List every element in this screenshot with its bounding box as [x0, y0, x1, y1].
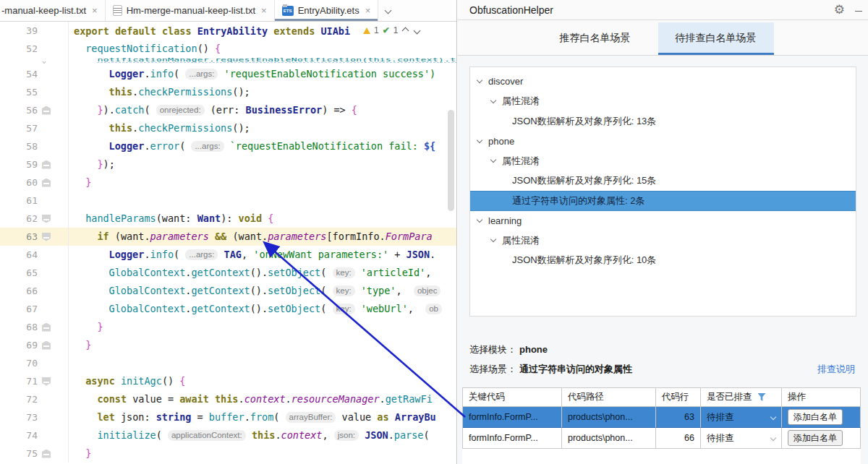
editor-scrollbar[interactable] — [448, 110, 454, 211]
code-line[interactable]: 62handleParams(want: Want): void { — [0, 210, 456, 228]
minimize-icon[interactable]: — — [855, 4, 862, 16]
cell-key-code[interactable]: formInfo.FormP... — [463, 407, 562, 428]
fold-expand-icon[interactable] — [42, 160, 51, 169]
inlay-hint: applicationContext: — [168, 430, 246, 441]
tree-item[interactable]: JSON数据解析及对象序列化: 15条 — [470, 171, 856, 192]
code-line[interactable]: 39export default class EntryAbility exte… — [0, 22, 456, 40]
code-text: } — [69, 444, 456, 463]
code-line[interactable]: 75} — [0, 444, 456, 463]
tree-item[interactable]: JSON数据解析及对象序列化: 13条 — [470, 111, 856, 132]
cell-status-dropdown[interactable]: 待排查 — [701, 407, 782, 428]
cell-action[interactable]: 添加白名单 — [782, 428, 861, 449]
next-error-icon[interactable] — [414, 27, 421, 35]
cell-code-path[interactable]: products\phon... — [562, 428, 656, 449]
fold-expand-icon[interactable] — [42, 106, 51, 115]
editor-tab-entryability-ets[interactable]: ETSEntryAbility.ets× — [275, 0, 379, 21]
chevron-down-icon[interactable] — [477, 217, 482, 223]
code-line[interactable]: 66GlobalContext.getContext().setObject( … — [0, 282, 456, 300]
token: if — [97, 231, 109, 242]
tree-item[interactable]: 属性混淆 — [470, 151, 856, 171]
code-line[interactable]: 58Logger.error( ...args: `requestEnableN… — [0, 137, 456, 155]
tree-item[interactable]: learning — [470, 211, 856, 231]
token: ); — [103, 158, 115, 170]
panel-tab[interactable]: 推荐白名单场景 — [553, 22, 638, 55]
cell-code-path[interactable]: products\phon... — [562, 407, 656, 428]
add-to-whitelist-button[interactable]: 添加白名单 — [788, 430, 843, 446]
token: } — [97, 321, 103, 332]
code-text: GlobalContext.getContext().setObject( ke… — [69, 300, 456, 318]
code-line[interactable]: 59}); — [0, 155, 456, 173]
code-editor[interactable]: 39export default class EntryAbility exte… — [0, 22, 456, 464]
fold-collapse-icon[interactable] — [42, 377, 51, 386]
code-text: if (want.parameters && (want.parameters[… — [69, 228, 456, 246]
fold-collapse-icon[interactable] — [42, 233, 51, 241]
tree-item[interactable]: discover — [470, 72, 856, 92]
code-line[interactable]: 57this.checkPermissions(); — [0, 119, 456, 137]
editor-tab-hm-merge-manual-keep-list-txt[interactable]: Hm-merge-manual-keep-list.txt× — [106, 0, 275, 21]
tree-item[interactable]: 属性混淆 — [470, 92, 856, 112]
token — [115, 375, 121, 387]
panel-tab-active[interactable]: 待排查白名单场景 — [658, 22, 774, 55]
fold-collapse-icon[interactable] — [42, 215, 51, 223]
code-line[interactable]: 55this.checkPermissions(); — [0, 83, 456, 101]
tree-item[interactable]: 属性混淆 — [470, 231, 856, 251]
close-icon[interactable]: × — [365, 5, 371, 16]
prev-error-icon[interactable] — [402, 27, 409, 35]
funnel-icon[interactable] — [758, 393, 766, 401]
panel-title: ObfuscationHelper — [469, 4, 834, 16]
code-line[interactable]: 70 — [0, 354, 456, 372]
token: initialize — [97, 429, 156, 441]
code-line[interactable]: 64Logger.info( ...args: TAG, 'onNewWant … — [0, 246, 456, 264]
code-line[interactable]: 74initialize( applicationContext: this.c… — [0, 426, 456, 444]
code-line[interactable]: 52requestNotification() { — [0, 40, 456, 58]
hidden-tabs-dropdown[interactable] — [378, 0, 398, 21]
tree-item[interactable]: JSON数据解析及对象序列化: 10条 — [470, 251, 856, 271]
code-line[interactable]: 71async initAgc() { — [0, 372, 456, 390]
scene-value: 通过字符串访问的对象属性 — [519, 363, 632, 376]
code-line[interactable]: ⌄notificationManager.requestEnableNotifi… — [0, 58, 456, 65]
token: . — [388, 429, 394, 441]
tree-item[interactable]: phone — [470, 132, 856, 152]
investigation-help-link[interactable]: 排查说明 — [817, 363, 855, 376]
cell-action[interactable]: 添加白名单 — [782, 407, 861, 428]
chevron-down-icon[interactable] — [770, 414, 776, 420]
code-line[interactable]: 68} — [0, 318, 456, 336]
chevron-down-icon[interactable] — [477, 137, 482, 143]
chevron-down-icon[interactable] — [490, 236, 496, 242]
code-line[interactable]: 69} — [0, 336, 456, 354]
code-line[interactable]: 72const value = await this.context.resou… — [0, 390, 456, 408]
chevron-down-icon[interactable] — [490, 98, 496, 103]
chevron-down-icon[interactable] — [477, 77, 482, 83]
code-line[interactable]: 54Logger.info( ...args: 'requestEnableNo… — [0, 65, 456, 83]
cell-key-code[interactable]: formInfo.FormP... — [463, 428, 562, 449]
chevron-down-icon[interactable] — [770, 435, 776, 441]
tree-item[interactable]: 通过字符串访问的对象属性: 2条 — [470, 191, 856, 211]
chevron-down-icon[interactable] — [490, 157, 496, 163]
close-icon[interactable]: × — [92, 5, 98, 16]
code-line[interactable]: 67GlobalContext.getContext().setObject( … — [0, 300, 456, 318]
code-line[interactable]: 63if (want.parameters && (want.parameter… — [0, 228, 456, 246]
code-line[interactable]: 56}).catch( onrejected: (err: BusinessEr… — [0, 101, 456, 119]
fold-expand-icon[interactable] — [42, 179, 51, 187]
inspection-widget[interactable]: 1✔1 — [363, 22, 421, 40]
cell-code-line[interactable]: 66 — [656, 428, 701, 449]
cell-code-line[interactable]: 63 — [656, 407, 701, 428]
code-line[interactable]: 61 — [0, 192, 456, 210]
fold-expand-icon[interactable] — [42, 341, 51, 350]
close-icon[interactable]: × — [261, 5, 267, 16]
add-to-whitelist-button[interactable]: 添加白名单 — [788, 409, 843, 425]
code-line[interactable]: 65GlobalContext.getContext().setObject( … — [0, 264, 456, 282]
tree-item-label: 属性混淆 — [502, 155, 540, 168]
token: (want: — [156, 212, 197, 224]
line-number: 56 — [0, 101, 38, 119]
token: + — [388, 249, 406, 260]
code-line[interactable]: 60} — [0, 173, 456, 192]
fold-expand-icon[interactable] — [42, 450, 51, 458]
code-line[interactable]: 73let json: string = buffer.from( arrayB… — [0, 408, 456, 426]
editor-tab--manual-keep-list-txt[interactable]: -manual-keep-list.txt× — [0, 0, 106, 21]
cell-status-dropdown[interactable]: 待排查 — [701, 428, 782, 449]
fold-expand-icon[interactable] — [42, 323, 51, 332]
gear-icon[interactable]: ⚙ — [834, 2, 845, 17]
token: checkPermissions — [138, 86, 232, 98]
table-header-2: 代码行 — [656, 388, 701, 407]
